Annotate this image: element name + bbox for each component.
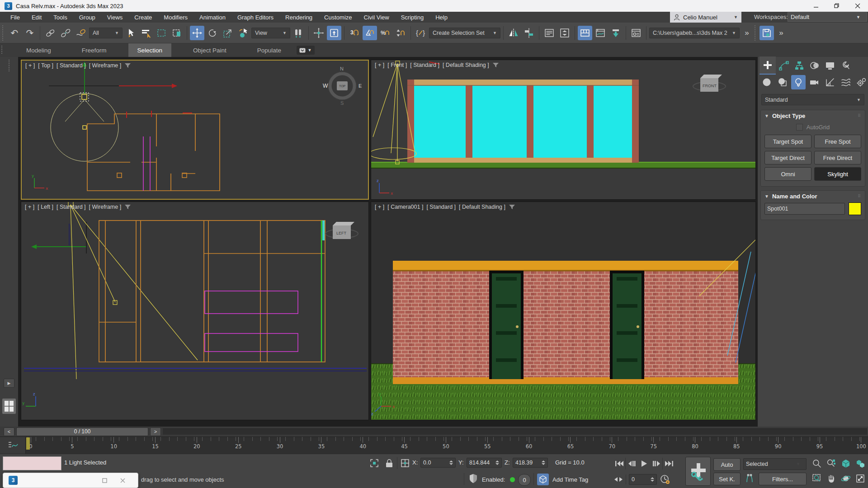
free-direct-button[interactable]: Free Direct (814, 151, 861, 164)
selected-key-filter-dropdown[interactable]: Selected▼ (743, 458, 807, 470)
per-view-filter-icon[interactable] (124, 204, 131, 210)
menu-item[interactable]: Tools (47, 12, 73, 23)
viewport-menu-pov[interactable]: [ Front ] (387, 62, 407, 68)
select-object-button[interactable] (123, 26, 138, 40)
spinner-arrows[interactable] (651, 477, 654, 482)
mini-restore-button[interactable] (95, 474, 113, 487)
mini-curve-editor-button[interactable] (0, 437, 25, 454)
per-view-filter-icon[interactable] (509, 204, 515, 210)
category-space-warps[interactable] (839, 75, 853, 89)
tab-create[interactable] (760, 56, 776, 75)
menu-item[interactable]: Graph Editors (231, 12, 279, 23)
edit-named-selection-sets-button[interactable]: {} (414, 26, 428, 40)
zoom-extents-all-button[interactable] (854, 457, 867, 470)
menu-item[interactable]: Group (73, 12, 101, 23)
viewport-menu-general[interactable]: [ + ] (375, 62, 384, 68)
menu-item[interactable]: Edit (26, 12, 47, 23)
time-slider-track[interactable] (163, 428, 867, 435)
redo-button[interactable]: ↷ (23, 26, 37, 40)
select-and-link-icon[interactable] (43, 26, 57, 40)
tab-utilities[interactable] (838, 58, 853, 73)
layout-flyout-button[interactable]: ▶ (4, 379, 14, 388)
next-frame-button[interactable] (650, 458, 662, 469)
snaps-toggle-3d-button[interactable]: 3 (347, 26, 362, 40)
minimize-button[interactable] (806, 0, 826, 12)
toolbar-overflow-chevron[interactable]: » (741, 26, 752, 40)
notification-count-button[interactable]: 0 (518, 474, 531, 486)
select-and-manipulate-button[interactable] (311, 26, 326, 40)
schematic-view-button[interactable] (609, 26, 623, 40)
mini-close-button[interactable] (113, 474, 132, 487)
menu-item[interactable]: Create (128, 12, 158, 23)
material-editor-button[interactable] (629, 26, 643, 40)
selection-lock-icon[interactable] (384, 458, 394, 470)
go-to-end-button[interactable] (663, 458, 675, 469)
workspace-dropdown[interactable]: Default ▼ (788, 12, 867, 22)
select-and-scale-button[interactable] (221, 26, 235, 40)
pan-view-button[interactable] (825, 472, 838, 485)
maximize-viewport-toggle[interactable] (854, 472, 867, 485)
zoom-region-button[interactable] (810, 472, 824, 485)
y-coordinate-field[interactable]: 814.844 (467, 458, 502, 468)
target-direct-button[interactable]: Target Direct (764, 151, 811, 164)
bind-to-space-warp-icon[interactable] (74, 26, 88, 40)
absolute-mode-transform-icon[interactable] (400, 458, 410, 470)
viewport-camera001[interactable]: [ + ] [ Camera001 ] [ Standard ] [ Defau… (371, 202, 756, 420)
viewport-menu-shading[interactable]: [ Default Shading ] (459, 204, 505, 210)
previous-frame-button[interactable]: < (4, 427, 14, 436)
key-filters-icon[interactable] (743, 473, 756, 484)
add-time-tag[interactable]: Add Time Tag (552, 476, 588, 483)
layout-bar-grip[interactable] (9, 60, 11, 71)
toggle-ribbon-button[interactable] (578, 26, 592, 40)
viewport-left[interactable]: [ + ] [ Left ] [ Standard ] [ Wireframe … (21, 202, 369, 420)
menu-item[interactable]: Help (429, 12, 453, 23)
toolbar-grip[interactable] (2, 25, 5, 41)
name-color-rollout-header[interactable]: ▼ Name and Color ⠿ (761, 191, 865, 202)
play-animation-button[interactable] (638, 458, 650, 469)
user-account-menu[interactable]: Celio Manuel ▼ (670, 12, 741, 23)
spinner-arrows[interactable] (542, 460, 545, 465)
spinner-arrows[interactable] (449, 460, 453, 465)
render-setup-button[interactable] (760, 26, 774, 40)
zoom-extents-selected-button[interactable] (839, 457, 853, 470)
per-view-filter-icon[interactable] (124, 63, 131, 68)
viewport-menu-shading[interactable]: [ Wireframe ] (89, 204, 122, 210)
auto-key-button[interactable]: Auto (713, 458, 741, 471)
viewport-menu-general[interactable]: [ + ] (25, 62, 35, 69)
current-frame-marker[interactable] (26, 437, 30, 450)
tab-object-paint[interactable]: Object Paint (184, 43, 236, 57)
go-to-start-button[interactable] (613, 458, 625, 469)
close-button[interactable] (847, 0, 868, 12)
skylight-button-active[interactable]: Skylight (814, 167, 861, 181)
time-tag-cube-icon[interactable] (537, 474, 549, 485)
orbit-button[interactable] (839, 472, 853, 485)
menu-item[interactable]: Civil View (358, 12, 395, 23)
select-and-place-button[interactable] (236, 26, 250, 40)
viewport-top[interactable]: [ + ] [ Top ] [ Standard ] [ Wireframe ] (21, 60, 369, 200)
viewport-menu-renderer[interactable]: [ Standard ] (57, 204, 86, 210)
curve-editor-button[interactable] (593, 26, 608, 40)
category-systems[interactable] (854, 75, 868, 89)
viewport-menu-pov[interactable]: [ Camera001 ] (387, 204, 423, 210)
zoom-all-button[interactable] (825, 457, 838, 470)
set-keys-button[interactable] (685, 457, 711, 486)
filters-button[interactable]: Filters... (759, 473, 807, 485)
menu-item[interactable]: Animation (193, 12, 231, 23)
light-type-dropdown[interactable]: Standard▼ (761, 94, 864, 105)
viewport-menu-renderer[interactable]: [ Standard ] (426, 204, 456, 210)
tab-display[interactable] (823, 58, 837, 73)
tab-populate[interactable]: Populate (248, 43, 290, 57)
project-folder-path-field[interactable]: C:\Users\gabeb...s\3ds Max 202▼ (649, 28, 740, 38)
mirror-button[interactable] (506, 26, 521, 40)
tab-modeling[interactable]: Modeling (17, 43, 60, 57)
menu-item[interactable]: Rendering (279, 12, 318, 23)
cer-shield-icon[interactable] (468, 473, 478, 485)
layout-quad-button[interactable] (2, 399, 16, 414)
viewport-menu-general[interactable]: [ + ] (25, 204, 34, 210)
category-cameras[interactable] (807, 75, 821, 89)
spinner-arrows[interactable] (495, 460, 499, 465)
object-name-field[interactable]: Spot001 (764, 203, 845, 215)
ribbon-minimize-button[interactable]: ▼ (297, 46, 315, 55)
align-button[interactable] (522, 26, 536, 40)
maxscript-mini-listener[interactable] (3, 456, 61, 470)
